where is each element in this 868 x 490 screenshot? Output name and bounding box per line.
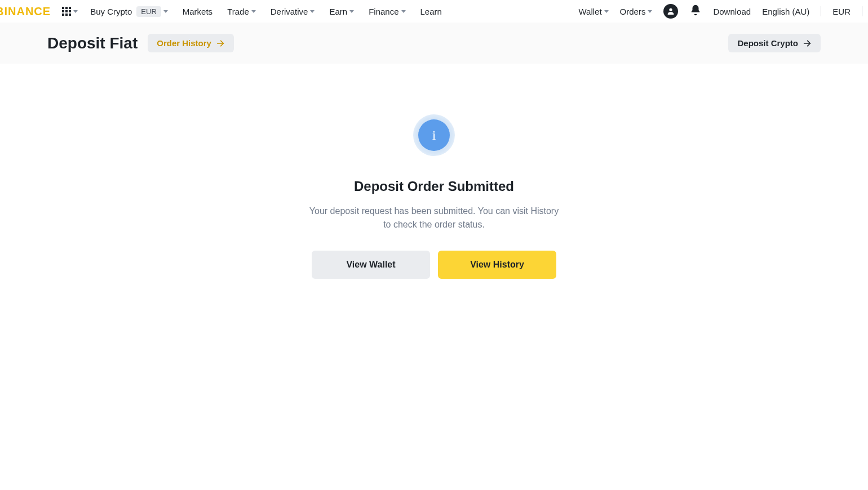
nav-derivative[interactable]: Derivative: [271, 7, 315, 16]
svg-point-0: [670, 8, 672, 11]
chevron-down-icon: [401, 10, 406, 13]
page-title: Deposit Fiat: [47, 34, 138, 52]
nav-learn[interactable]: Learn: [420, 7, 442, 16]
nav-download[interactable]: Download: [713, 7, 751, 16]
nav-earn-label: Earn: [329, 7, 347, 16]
view-history-button[interactable]: View History: [438, 251, 556, 279]
nav-markets[interactable]: Markets: [183, 7, 212, 16]
top-nav: BINANCE Buy Crypto EUR Markets Trade Der…: [0, 0, 868, 23]
apps-grid-icon: [62, 7, 71, 16]
nav-buy-crypto-currency-badge: EUR: [136, 6, 161, 17]
nav-trade-label: Trade: [227, 7, 249, 16]
user-icon: [666, 7, 675, 16]
notifications-button[interactable]: [689, 4, 702, 19]
nav-wallet-label: Wallet: [578, 7, 601, 16]
status-description: Your deposit request has been submitted.…: [304, 204, 564, 231]
nav-earn[interactable]: Earn: [329, 7, 354, 16]
arrow-right-icon: [216, 39, 225, 48]
nav-orders-label: Orders: [620, 7, 646, 16]
order-history-button[interactable]: Order History: [148, 34, 234, 52]
chevron-down-icon: [604, 10, 609, 13]
chevron-down-icon: [73, 10, 78, 13]
nav-wallet[interactable]: Wallet: [578, 7, 608, 16]
info-icon: i: [413, 114, 455, 156]
nav-currency-label: EUR: [832, 7, 851, 16]
nav-currency[interactable]: EUR: [832, 7, 851, 16]
nav-finance[interactable]: Finance: [369, 7, 405, 16]
nav-download-label: Download: [713, 7, 751, 16]
nav-markets-label: Markets: [183, 7, 212, 16]
order-history-label: Order History: [157, 38, 211, 48]
deposit-crypto-label: Deposit Crypto: [737, 38, 798, 48]
nav-language[interactable]: English (AU): [762, 7, 809, 16]
chevron-down-icon: [349, 10, 354, 13]
main-content: i Deposit Order Submitted Your deposit r…: [0, 64, 868, 279]
nav-finance-label: Finance: [369, 7, 398, 16]
chevron-down-icon: [310, 10, 315, 13]
nav-learn-label: Learn: [420, 7, 442, 16]
logo[interactable]: BINANCE: [0, 5, 51, 18]
divider: [862, 6, 862, 16]
divider: [821, 6, 821, 16]
arrow-right-icon: [803, 39, 812, 48]
nav-orders[interactable]: Orders: [620, 7, 653, 16]
chevron-down-icon: [251, 10, 256, 13]
deposit-crypto-button[interactable]: Deposit Crypto: [728, 34, 821, 52]
chevron-down-icon: [648, 10, 652, 13]
chevron-down-icon: [163, 10, 168, 13]
apps-menu-button[interactable]: [62, 7, 78, 16]
user-account-button[interactable]: [663, 4, 678, 19]
nav-right: Wallet Orders Download English (AU) EUR: [578, 4, 868, 19]
subheader: Deposit Fiat Order History Deposit Crypt…: [0, 23, 868, 64]
action-buttons: View Wallet View History: [312, 251, 556, 279]
nav-language-label: English (AU): [762, 7, 809, 16]
nav-left: Buy Crypto EUR Markets Trade Derivative …: [90, 6, 442, 17]
nav-buy-crypto-label: Buy Crypto: [90, 7, 132, 16]
nav-derivative-label: Derivative: [271, 7, 308, 16]
status-title: Deposit Order Submitted: [354, 179, 514, 194]
bell-icon: [689, 4, 702, 16]
nav-trade[interactable]: Trade: [227, 7, 256, 16]
nav-buy-crypto[interactable]: Buy Crypto EUR: [90, 6, 168, 17]
view-wallet-button[interactable]: View Wallet: [312, 251, 430, 279]
